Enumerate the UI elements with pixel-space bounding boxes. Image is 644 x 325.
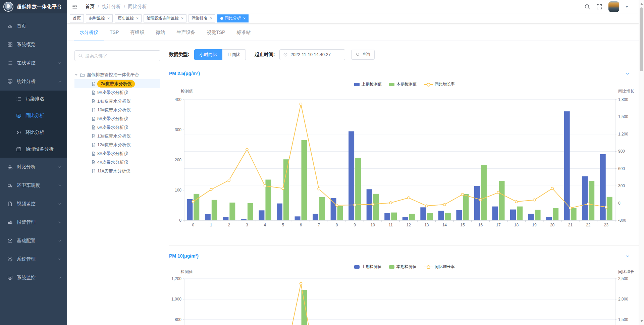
svg-text:100: 100 bbox=[175, 188, 181, 193]
tag-close-icon[interactable]: × bbox=[243, 16, 246, 21]
search-icon bbox=[78, 53, 83, 58]
tag-0[interactable]: 首页 bbox=[70, 14, 84, 22]
caret-down-icon[interactable] bbox=[74, 74, 78, 77]
tree-node-selected[interactable]: 7#皮带水分析仪 bbox=[74, 79, 160, 88]
chevron-down-icon bbox=[58, 202, 62, 206]
tree-root-node[interactable]: 超低排放管控治一体化平台 bbox=[74, 70, 160, 79]
tab-1[interactable]: TSP bbox=[104, 23, 124, 41]
data-type-option-1[interactable]: 日同比 bbox=[222, 49, 246, 60]
tab-2[interactable]: 有组织 bbox=[124, 23, 150, 41]
svg-text:4: 4 bbox=[264, 223, 266, 227]
svg-text:15: 15 bbox=[460, 223, 465, 227]
fullscreen-icon[interactable] bbox=[596, 4, 602, 10]
svg-text:3: 3 bbox=[246, 223, 248, 227]
query-button-label: 查询 bbox=[362, 52, 370, 57]
sidebar-item-7[interactable]: 治理设备分析 bbox=[0, 141, 67, 158]
legend-item[interactable]: 上期检测值 bbox=[354, 264, 382, 270]
sidebar-item-9[interactable]: 环卫车调度 bbox=[0, 176, 67, 195]
document-icon bbox=[91, 108, 96, 112]
tab-5[interactable]: 视觉TSP bbox=[201, 23, 231, 41]
tag-close-icon[interactable]: × bbox=[136, 16, 139, 21]
legend-item[interactable]: 同比增长率 bbox=[424, 264, 455, 270]
svg-text:1,200: 1,200 bbox=[171, 276, 181, 281]
sidebar-item-0[interactable]: 首页 bbox=[0, 17, 67, 35]
sidebar-item-14[interactable]: 系统监控 bbox=[0, 268, 67, 287]
tree-node-label: 14#皮带水分析仪 bbox=[97, 98, 131, 104]
collapse-chevron-icon[interactable] bbox=[625, 254, 630, 259]
user-caret-down-icon[interactable] bbox=[625, 6, 629, 9]
page-scrollbar[interactable] bbox=[639, 0, 644, 325]
chart-section-pm25: PM 2.5(μg/m³) 上期检测值本期检测值同比增长率 0100200300… bbox=[169, 71, 640, 228]
tag-5[interactable]: 同比分析× bbox=[217, 14, 249, 22]
sidebar-item-label: 环比分析 bbox=[25, 129, 44, 136]
scroll-up-icon[interactable] bbox=[640, 2, 643, 5]
tag-1[interactable]: 实时监控× bbox=[86, 14, 113, 22]
tag-4[interactable]: 污染排名× bbox=[189, 14, 215, 22]
sidebar-item-12[interactable]: ?基础配置 bbox=[0, 231, 67, 250]
tab-3[interactable]: 微站 bbox=[150, 23, 171, 41]
tab-0[interactable]: 水分析仪 bbox=[74, 23, 104, 41]
sidebar-item-10[interactable]: 视频监控 bbox=[0, 195, 67, 213]
tag-close-icon[interactable]: × bbox=[210, 16, 212, 21]
device-tree: 超低排放管控治一体化平台 7#皮带水分析仪9#皮带水分析仪14#皮带水分析仪10… bbox=[74, 70, 160, 175]
sidebar-item-11[interactable]: 报警管理 bbox=[0, 213, 67, 231]
app-title: 超低排放一体化平台 bbox=[17, 4, 62, 10]
scroll-down-icon[interactable] bbox=[640, 320, 643, 323]
svg-text:19: 19 bbox=[532, 223, 537, 227]
tab-6[interactable]: 标准站 bbox=[231, 23, 256, 41]
data-type-option-0[interactable]: 小时同比 bbox=[194, 49, 222, 60]
sidebar-item-5[interactable]: 同比分析 bbox=[0, 107, 67, 124]
svg-text:5: 5 bbox=[282, 223, 284, 227]
document-icon bbox=[91, 99, 96, 104]
legend-item[interactable]: 本期检测值 bbox=[389, 82, 417, 87]
tag-2[interactable]: 历史监控× bbox=[115, 14, 142, 22]
sidebar-item-8[interactable]: 对比分析 bbox=[0, 158, 67, 176]
tab-4[interactable]: 生产设备 bbox=[171, 23, 201, 41]
sidebar: 超低排放一体化平台 首页系统概览在线监控统计分析污染排名同比分析环比分析治理设备… bbox=[0, 0, 67, 325]
gear-icon bbox=[7, 257, 13, 262]
legend-item[interactable]: 同比增长率 bbox=[424, 82, 455, 87]
datetime-picker[interactable]: 2022-11-10 14:40:27 bbox=[279, 49, 345, 60]
tree-search-input[interactable] bbox=[85, 53, 157, 58]
tree-node[interactable]: 8#皮带水分析仪 bbox=[74, 149, 160, 158]
tree-node[interactable]: 9#皮带水分析仪 bbox=[74, 88, 160, 97]
tree-node[interactable]: 14#皮带水分析仪 bbox=[74, 97, 160, 106]
sidebar-item-label: 首页 bbox=[17, 23, 26, 29]
topbar-actions bbox=[584, 1, 632, 12]
svg-text:1: 1 bbox=[210, 223, 212, 227]
tree-node[interactable]: 13#皮带水分析仪 bbox=[74, 132, 160, 141]
menu-fold-icon[interactable] bbox=[72, 4, 78, 10]
data-type-label: 数据类型: bbox=[169, 52, 190, 58]
time-label: 起止时间: bbox=[255, 52, 275, 58]
sidebar-item-label: 系统监控 bbox=[17, 275, 36, 281]
legend-item[interactable]: 上期检测值 bbox=[354, 82, 382, 87]
legend-label: 上期检测值 bbox=[362, 264, 382, 270]
avatar[interactable] bbox=[608, 1, 619, 12]
collapse-chevron-icon[interactable] bbox=[625, 71, 630, 76]
sidebar-item-label: 基础配置 bbox=[17, 238, 36, 244]
tree-node[interactable]: 6#皮带水分析仪 bbox=[74, 123, 160, 132]
tag-close-icon[interactable]: × bbox=[107, 16, 110, 21]
legend-item[interactable]: 本期检测值 bbox=[389, 264, 417, 270]
tag-3[interactable]: 治理设备实时监控× bbox=[144, 14, 186, 22]
tree-node[interactable]: 11#皮带水分析仪 bbox=[74, 167, 160, 175]
breadcrumb-item[interactable]: 首页 bbox=[85, 4, 95, 10]
tree-node[interactable]: 10#皮带水分析仪 bbox=[74, 106, 160, 114]
sidebar-item-label: 治理设备分析 bbox=[25, 146, 54, 152]
scrollbar-thumb[interactable] bbox=[640, 7, 643, 71]
svg-text:同比增长: 同比增长 bbox=[618, 270, 634, 274]
search-icon[interactable] bbox=[584, 4, 590, 10]
tag-close-icon[interactable]: × bbox=[181, 16, 183, 21]
sidebar-item-2[interactable]: 在线监控 bbox=[0, 54, 67, 72]
tree-node[interactable]: 12#皮带水分析仪 bbox=[74, 141, 160, 149]
chart-title-pm10: PM 10(μg/m³) bbox=[169, 246, 640, 259]
app-root: 超低排放一体化平台 首页系统概览在线监控统计分析污染排名同比分析环比分析治理设备… bbox=[0, 0, 644, 325]
tree-node[interactable]: 5#皮带水分析仪 bbox=[74, 114, 160, 123]
sidebar-item-13[interactable]: 系统管理 bbox=[0, 250, 67, 268]
query-button[interactable]: 查询 bbox=[351, 50, 375, 60]
sidebar-item-3[interactable]: 统计分析 bbox=[0, 72, 67, 91]
sidebar-item-6[interactable]: 环比分析 bbox=[0, 124, 67, 141]
tree-node[interactable]: 4#皮带水分析仪 bbox=[74, 158, 160, 167]
sidebar-item-4[interactable]: 污染排名 bbox=[0, 91, 67, 107]
sidebar-item-1[interactable]: 系统概览 bbox=[0, 35, 67, 54]
